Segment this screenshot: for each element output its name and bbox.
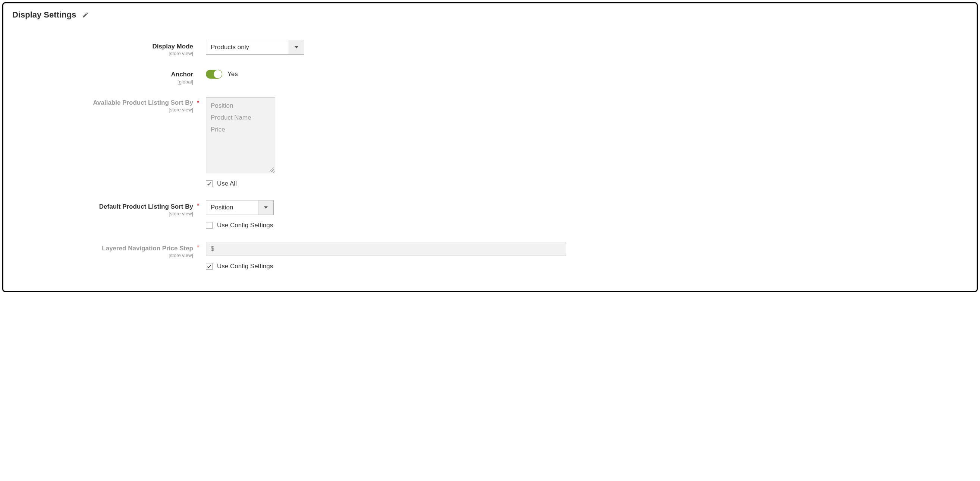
checkbox-use-all[interactable] xyxy=(206,180,213,187)
label-available-sort: Available Product Listing Sort By xyxy=(12,99,193,106)
label-anchor: Anchor xyxy=(12,70,193,78)
select-default-sort-value: Position xyxy=(206,200,258,214)
input-price-step: $ xyxy=(206,242,566,256)
pencil-icon[interactable] xyxy=(82,11,89,18)
multiselect-available-sort: Position Product Name Price xyxy=(206,97,275,173)
section-header: Display Settings xyxy=(12,10,968,20)
row-display-mode: Display Mode [store view] Products only xyxy=(12,40,968,56)
multiselect-option: Price xyxy=(211,125,270,137)
select-default-sort[interactable]: Position xyxy=(206,200,274,215)
checkbox-use-all-label: Use All xyxy=(217,180,237,187)
row-price-step: Layered Navigation Price Step [store vie… xyxy=(12,242,968,270)
row-available-sort: Available Product Listing Sort By [store… xyxy=(12,97,968,187)
scope-available-sort: [store view] xyxy=(12,107,193,113)
checkbox-price-step-use-config[interactable] xyxy=(206,263,213,270)
required-marker: * xyxy=(197,242,204,251)
required-marker: * xyxy=(197,200,204,210)
scope-default-sort: [store view] xyxy=(12,211,193,216)
select-display-mode-value: Products only xyxy=(206,40,289,54)
row-anchor: Anchor [global] Yes xyxy=(12,69,968,84)
section-title: Display Settings xyxy=(12,10,76,20)
toggle-anchor-label: Yes xyxy=(228,70,238,78)
multiselect-option: Position xyxy=(211,102,270,113)
required-marker: * xyxy=(197,97,204,106)
label-default-sort: Default Product Listing Sort By xyxy=(12,203,193,211)
select-display-mode[interactable]: Products only xyxy=(206,40,304,55)
checkbox-default-sort-use-config-label: Use Config Settings xyxy=(217,222,273,229)
checkbox-price-step-use-config-label: Use Config Settings xyxy=(217,263,273,270)
checkbox-default-sort-use-config[interactable] xyxy=(206,222,213,229)
input-price-step-prefix: $ xyxy=(211,245,214,252)
scope-anchor: [global] xyxy=(12,79,193,84)
display-settings-panel: Display Settings Display Mode [store vie… xyxy=(2,2,978,292)
chevron-down-icon xyxy=(289,40,304,54)
row-default-sort: Default Product Listing Sort By [store v… xyxy=(12,200,968,229)
toggle-anchor[interactable] xyxy=(206,70,222,79)
chevron-down-icon xyxy=(258,200,273,214)
multiselect-option: Product Name xyxy=(211,113,270,125)
scope-price-step: [store view] xyxy=(12,252,193,258)
scope-display-mode: [store view] xyxy=(12,51,193,56)
label-display-mode: Display Mode xyxy=(12,43,193,50)
label-price-step: Layered Navigation Price Step xyxy=(12,244,193,252)
